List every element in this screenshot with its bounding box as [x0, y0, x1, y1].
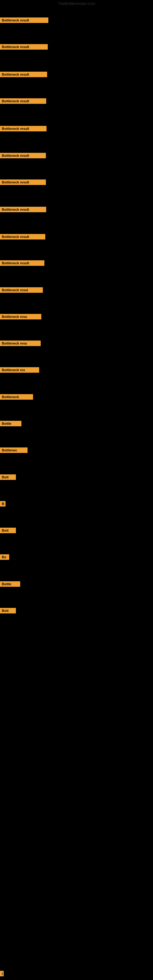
bottleneck-badge: Bott: [0, 608, 16, 613]
bottleneck-badge: Bottleneck result: [0, 207, 46, 212]
bottleneck-badge: Bott: [0, 474, 16, 480]
bottleneck-badge: Bottleneck result: [0, 234, 45, 240]
bottleneck-badge: Bottleneck result: [0, 98, 46, 104]
bottleneck-badge: Bottleneck result: [0, 153, 46, 158]
bottleneck-badge: Bottleneck result: [0, 18, 48, 23]
bottom-bar: [0, 971, 2, 976]
bottleneck-badge: Bottleneck: [0, 394, 33, 400]
bottleneck-badge: Bottleneck resul: [0, 287, 43, 293]
bottleneck-badge: Bottleneck resu: [0, 340, 41, 346]
bottleneck-badge: Bottle: [0, 421, 21, 426]
bottleneck-badge: Bottleneck resu: [0, 314, 41, 320]
site-title: TheBottlenecker.com: [0, 1, 153, 6]
bottleneck-badge: Bottleneck result: [0, 180, 46, 185]
bottleneck-badge: B: [0, 501, 5, 506]
bottleneck-badge: Bottleneck result: [0, 44, 48, 49]
bottleneck-badge: Bottleneck result: [0, 126, 46, 131]
bottleneck-badge: Bottleneck res: [0, 367, 39, 373]
bottleneck-badge: Bottlenec: [0, 447, 27, 453]
bottleneck-badge: Bo: [0, 554, 9, 560]
bottleneck-badge: Bottleneck result: [0, 72, 47, 77]
bottleneck-badge: Bottle: [0, 581, 20, 587]
bottleneck-badge: Bottleneck result: [0, 260, 45, 266]
bottleneck-badge: Bott: [0, 528, 16, 533]
